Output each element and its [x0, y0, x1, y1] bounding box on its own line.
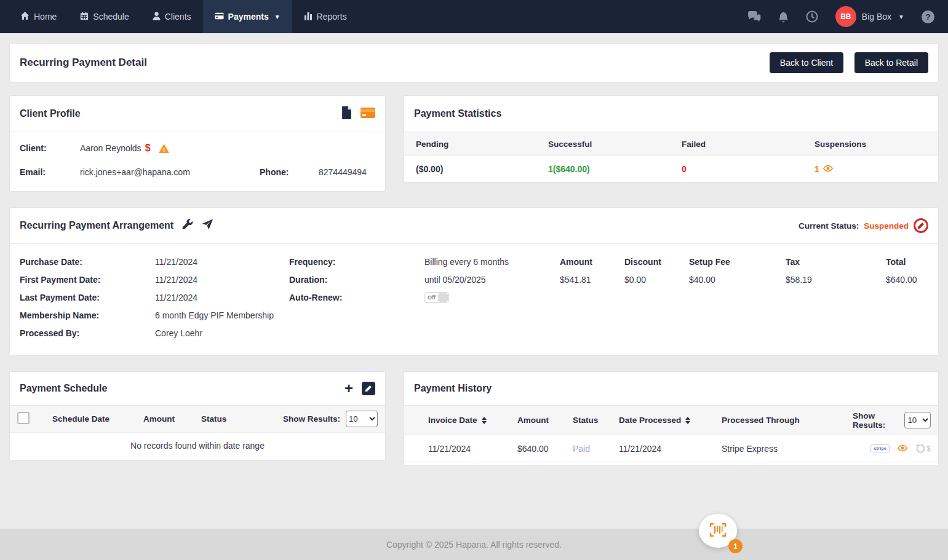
history-show-results-select[interactable]: 10 [904, 412, 931, 428]
auto-renew-state: Off [425, 294, 436, 301]
processed-by-value: Corey Loehr [155, 328, 202, 338]
nav-item-schedule[interactable]: Schedule [68, 0, 140, 33]
arrangement-amounts: Amount Discount Setup Fee Tax Total $541… [560, 253, 928, 342]
current-status-label: Current Status: [799, 221, 859, 231]
nav-item-home[interactable]: Home [9, 0, 68, 33]
nav-item-payments[interactable]: Payments ▼ [203, 0, 292, 33]
setup-fee-column-label: Setup Fee [689, 257, 786, 267]
nav-menu: Home Schedule Clients Payments ▼ Repor [0, 0, 359, 33]
footer: Copyright © 2025 Hapana. All rights rese… [0, 529, 948, 560]
date-processed-column[interactable]: Date Processed [619, 416, 722, 425]
pending-column-label: Pending [416, 140, 548, 149]
membership-name-label: Membership Name: [20, 310, 155, 320]
date-processed-value: 11/21/2024 [619, 444, 722, 454]
failed-value: 0 [682, 164, 815, 174]
pending-value: ($0.00) [416, 164, 548, 174]
client-name: Aaron Reynolds [80, 143, 141, 153]
back-to-retail-button[interactable]: Back to Retail [854, 52, 928, 73]
status-badge[interactable]: Paid [573, 444, 619, 454]
nav-item-label: Schedule [93, 12, 129, 22]
home-icon [20, 11, 30, 22]
invoice-date-column-label: Invoice Date [428, 416, 477, 425]
show-results-label: Show Results: [283, 414, 340, 424]
send-notification-icon[interactable] [202, 219, 213, 232]
invoice-date-column[interactable]: Invoice Date [428, 416, 517, 425]
statistics-values-row: ($0.00) 1($640.00) 0 1 [404, 156, 938, 182]
add-scheduled-payment-icon[interactable]: + [345, 381, 353, 396]
sort-icon [482, 417, 487, 424]
auto-renew-toggle[interactable]: Off [424, 292, 449, 303]
schedule-amount-column-label: Amount [143, 414, 201, 424]
nav-item-clients[interactable]: Clients [141, 0, 203, 33]
client-name-row: Client: Aaron Reynolds $ ! [20, 136, 375, 160]
barcode-scan-fab[interactable]: 1 [699, 514, 737, 548]
membership-name-value: 6 month Edgy PIF Membership [155, 310, 274, 320]
history-clock-icon[interactable] [806, 10, 818, 23]
top-navbar: Home Schedule Clients Payments ▼ Repor [0, 0, 948, 33]
client-payment-methods-icon[interactable] [360, 108, 375, 120]
processed-through-value: Stripe Express [722, 444, 853, 454]
successful-column-label: Successful [548, 140, 682, 149]
refund-payment-icon[interactable]: $ [915, 443, 931, 454]
payment-statistics-title: Payment Statistics [414, 108, 501, 119]
nav-item-label: Payments [228, 12, 269, 22]
schedule-empty-message: No records found within date range [10, 433, 385, 460]
auto-renew-label: Auto-Renew: [289, 293, 424, 302]
duration-label: Duration: [289, 275, 424, 285]
manage-arrangement-wrench-icon[interactable] [182, 219, 193, 232]
back-to-client-button[interactable]: Back to Client [770, 52, 843, 73]
discount-column-label: Discount [624, 257, 689, 267]
client-profile-card: Client Profile Client: Aaron Reynolds $ [9, 95, 386, 192]
client-notes-icon[interactable] [341, 106, 352, 122]
view-suspensions-eye-icon[interactable] [823, 164, 834, 174]
bar-chart-icon [304, 12, 313, 22]
person-icon [153, 12, 161, 22]
payment-schedule-card: Payment Schedule + Schedule Date Amount … [9, 371, 386, 460]
arrangement-middle-details: Frequency:Billing every 6 months Duratio… [289, 253, 560, 342]
client-phone: 8274449494 [319, 167, 367, 177]
sort-icon [685, 417, 690, 424]
successful-value: 1($640.00) [548, 164, 682, 174]
payment-history-card: Payment History Invoice Date Amount Stat… [404, 371, 939, 466]
history-status-column-label: Status [573, 416, 619, 425]
user-menu[interactable]: BB Big Box ▼ [835, 6, 904, 27]
svg-text:!: ! [162, 146, 164, 153]
nav-item-reports[interactable]: Reports [292, 0, 359, 33]
processed-by-label: Processed By: [20, 328, 155, 338]
last-payment-date-label: Last Payment Date: [20, 293, 155, 302]
setup-fee-value: $40.00 [689, 275, 786, 285]
copyright-text: Copyright © 2025 Hapana. All rights rese… [386, 540, 562, 550]
tax-column-label: Tax [786, 257, 886, 267]
view-payment-eye-icon[interactable] [897, 444, 908, 454]
notifications-bell-icon[interactable] [778, 11, 789, 23]
help-icon[interactable]: ? [922, 10, 934, 23]
schedule-show-results-select[interactable]: 10 [346, 411, 378, 427]
recurring-payment-arrangement-card: Recurring Payment Arrangement Current St… [9, 207, 939, 356]
page-title: Recurring Payment Detail [20, 57, 147, 69]
stripe-gateway-badge[interactable]: stripe [870, 444, 890, 452]
edit-schedule-icon[interactable] [362, 382, 375, 395]
calendar-icon [80, 12, 89, 22]
warning-icon[interactable]: ! [158, 143, 170, 154]
last-payment-date-value: 11/21/2024 [155, 293, 197, 302]
messages-icon[interactable] [747, 11, 761, 22]
duration-value: until 05/20/2025 [424, 275, 486, 285]
amount-value: $640.00 [517, 444, 573, 454]
show-results-label: Show Results: [853, 411, 899, 430]
client-email: rick.jones+aar@hapana.com [80, 167, 241, 177]
email-label: Email: [20, 167, 80, 177]
edit-status-icon[interactable] [914, 218, 928, 233]
nav-item-label: Reports [317, 12, 347, 22]
select-all-checkbox[interactable] [17, 412, 30, 424]
arrangement-title: Recurring Payment Arrangement [20, 220, 173, 231]
history-table-header: Invoice Date Amount Status Date Processe… [404, 406, 938, 435]
client-label: Client: [20, 143, 80, 153]
nav-item-label: Clients [165, 12, 191, 22]
client-profile-title: Client Profile [20, 108, 81, 119]
page-title-bar: Recurring Payment Detail Back to Client … [9, 43, 939, 82]
outstanding-balance-icon[interactable]: $ [145, 143, 151, 154]
first-payment-date-value: 11/21/2024 [155, 275, 197, 285]
date-processed-column-label: Date Processed [619, 416, 681, 425]
amount-column-label: Amount [560, 257, 624, 267]
barcode-scan-icon [709, 522, 727, 540]
